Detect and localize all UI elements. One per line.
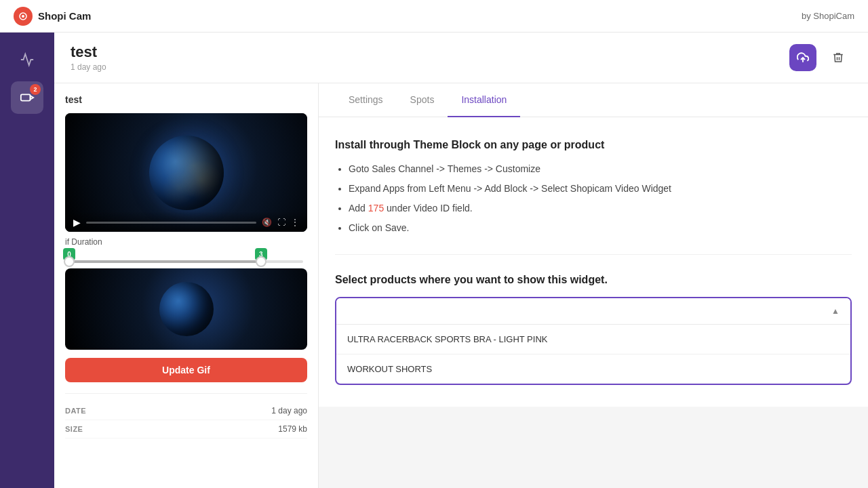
step-1: Goto Sales Channel -> Themes -> Customiz… <box>349 162 852 176</box>
video-badge: 2 <box>30 84 41 95</box>
products-section-title: Select products where you want to show t… <box>335 274 852 286</box>
delete-button[interactable] <box>825 44 852 71</box>
logo-icon <box>14 7 33 26</box>
sidebar-item-video[interactable]: 2 <box>11 81 43 114</box>
slider-right-handle[interactable] <box>256 256 267 267</box>
video-controls: ▶ 🔇 ⛶ ⋮ <box>65 211 307 232</box>
svg-rect-2 <box>21 94 31 100</box>
gif-preview <box>65 268 307 350</box>
right-panel: Settings Spots Installation Install thro… <box>319 83 868 488</box>
video-player: ▶ 🔇 ⛶ ⋮ <box>65 113 307 232</box>
page-header: test 1 day ago <box>54 33 868 83</box>
tab-content-installation: Install through Theme Block on any page … <box>319 117 868 407</box>
product-item-1[interactable]: WORKOUT SHORTS <box>336 354 850 384</box>
page-subtitle: 1 day ago <box>71 62 106 72</box>
meta-date-label: DATE <box>65 407 86 415</box>
app-name: Shopi Cam <box>38 10 91 22</box>
header-actions <box>789 44 852 71</box>
meta-row-date: DATE 1 day ago <box>65 402 307 420</box>
gif-earth-sphere <box>159 282 214 336</box>
tab-settings[interactable]: Settings <box>335 83 397 117</box>
duration-track: 0 3 <box>69 260 303 263</box>
earth-lights <box>149 136 224 210</box>
gif-duration-label: if Duration <box>65 237 307 247</box>
by-text: by ShopiCam <box>802 11 854 21</box>
content-area: test 1 day ago <box>54 33 868 488</box>
update-gif-button[interactable]: Update Gif <box>65 358 307 382</box>
upload-button[interactable] <box>789 44 816 71</box>
video-progress-bar[interactable] <box>86 222 256 224</box>
product-list: ULTRA RACERBACK SPORTS BRA - LIGHT PINK … <box>336 324 850 384</box>
meta-size-value: 1579 kb <box>278 424 307 434</box>
section-divider <box>335 254 852 255</box>
meta-row-size: SIZE 1579 kb <box>65 420 307 439</box>
play-button[interactable]: ▶ <box>73 217 81 228</box>
tab-installation[interactable]: Installation <box>448 83 520 117</box>
gif-earth-bg <box>65 268 307 350</box>
tab-spots[interactable]: Spots <box>397 83 448 117</box>
main-content: test ▶ 🔇 ⛶ ⋮ <box>54 83 868 488</box>
duration-fill <box>69 260 261 263</box>
product-item-0[interactable]: ULTRA RACERBACK SPORTS BRA - LIGHT PINK <box>336 325 850 354</box>
meta-date-value: 1 day ago <box>271 406 307 415</box>
earth-sphere <box>149 136 224 210</box>
products-dropdown-header[interactable]: ▲ <box>336 298 850 324</box>
tabs: Settings Spots Installation <box>319 83 868 117</box>
dropdown-arrow-icon: ▲ <box>831 306 840 316</box>
page-title: test <box>71 43 106 61</box>
sidebar: 2 <box>0 33 54 488</box>
meta-size-label: SIZE <box>65 425 83 433</box>
volume-icon[interactable]: 🔇 <box>262 218 272 227</box>
gif-duration-slider: if Duration 0 3 <box>65 237 307 263</box>
svg-marker-3 <box>31 96 34 100</box>
step-2: Expand Apps from Left Menu -> Add Block … <box>349 182 852 196</box>
installation-steps: Goto Sales Channel -> Themes -> Customiz… <box>335 162 852 235</box>
step-4: Click on Save. <box>349 221 852 235</box>
top-nav-brand: Shopi Cam <box>14 7 91 26</box>
fullscreen-icon[interactable]: ⛶ <box>277 218 285 227</box>
video-id-highlight: 175 <box>368 203 384 214</box>
page-title-block: test 1 day ago <box>71 43 106 72</box>
products-dropdown[interactable]: ▲ ULTRA RACERBACK SPORTS BRA - LIGHT PIN… <box>335 297 852 385</box>
left-panel: test ▶ 🔇 ⛶ ⋮ <box>54 83 319 488</box>
more-options-icon[interactable]: ⋮ <box>291 218 299 227</box>
installation-title: Install through Theme Block on any page … <box>335 139 852 151</box>
top-nav: Shopi Cam by ShopiCam <box>0 0 868 33</box>
step-3: Add 175 under Video ID field. <box>349 201 852 216</box>
meta-section: DATE 1 day ago SIZE 1579 kb <box>65 393 307 439</box>
slider-left-handle[interactable] <box>64 256 75 267</box>
left-panel-title: test <box>65 94 307 105</box>
svg-point-1 <box>22 15 24 18</box>
sidebar-item-analytics[interactable] <box>11 43 43 76</box>
